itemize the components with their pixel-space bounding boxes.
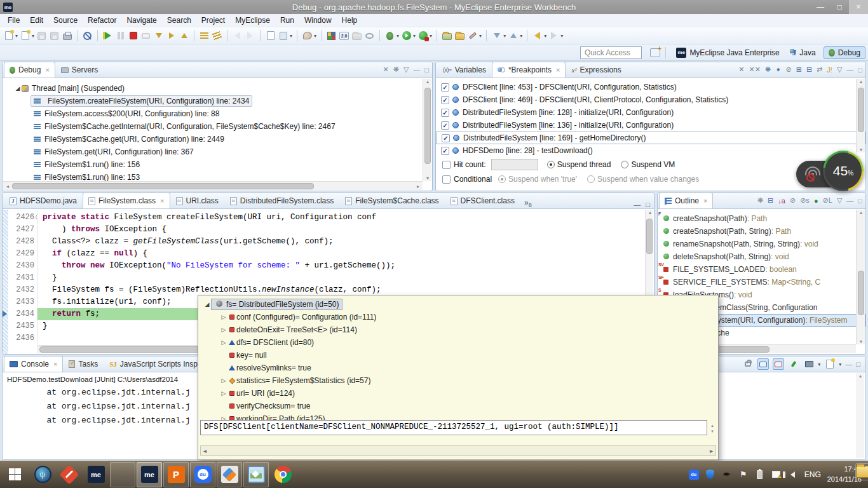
expander-icon[interactable]: ▷ (220, 377, 227, 384)
breakpoint-row[interactable]: ✓ DFSClient [line: 469] - DFSClient(URI,… (436, 93, 865, 106)
maximize-editor-icon[interactable]: □ (646, 201, 650, 208)
step-return-icon[interactable] (179, 30, 189, 41)
run-server-icon[interactable] (278, 30, 288, 41)
goto-file-icon[interactable]: ➧ (775, 65, 781, 74)
stack-frame[interactable]: FileSystem.createFileSystem(URI, Configu… (3, 95, 432, 107)
skip-all-icon[interactable]: ⊘ (785, 65, 791, 74)
maximize-view-icon[interactable]: □ (858, 66, 862, 74)
expander-icon[interactable]: ▷ (220, 327, 227, 333)
open-file-icon[interactable] (454, 30, 465, 41)
tab-javascript[interactable]: SJ JavaScript Scripts Insp (104, 356, 203, 372)
taskbar-sourcetree[interactable]: ψ (30, 462, 55, 487)
forward-icon[interactable] (548, 30, 559, 41)
save-icon[interactable] (36, 30, 47, 41)
scroll-lock-icon[interactable] (742, 358, 754, 370)
conditional-checkbox[interactable] (442, 175, 451, 184)
link-debug-icon[interactable]: ⇄ (817, 65, 822, 74)
variable-row[interactable]: ▷ dfs= DFSClient (id=80) (198, 336, 718, 349)
palette-icon[interactable] (302, 30, 313, 41)
checkbox[interactable]: ✓ (441, 109, 449, 117)
breakpoint-row[interactable]: ✓ HDFSDemo [line: 28] - testDownload() (436, 144, 865, 157)
pen-tray-icon[interactable]: ✒ (722, 470, 732, 480)
taskbar-myeclipse-active[interactable]: me (137, 462, 162, 487)
tab-breakpoints[interactable]: *Breakpoints × (492, 62, 566, 78)
close-icon[interactable]: × (160, 197, 164, 205)
close-button[interactable]: × (849, 0, 868, 14)
outline-item[interactable]: SV FILE_SYSTEMS_LOADED : boolean (658, 263, 865, 276)
open-perspective-icon[interactable] (649, 47, 660, 58)
tab-variables[interactable]: (x)= Variables (437, 62, 492, 78)
show-supported-icon[interactable]: ❋ (765, 65, 771, 74)
pause-icon[interactable] (115, 30, 126, 41)
checkbox[interactable]: ✓ (441, 121, 449, 130)
web2-browser-icon[interactable]: 2.0 (339, 30, 349, 41)
step-into-icon[interactable] (153, 30, 164, 41)
taskbar-photo-viewer[interactable] (243, 462, 269, 487)
show-console-stderr-icon[interactable] (773, 358, 784, 370)
close-icon[interactable]: × (556, 66, 560, 74)
variable-detail-value[interactable]: DFS[DFSClient[clientName=DFSClient_NONMA… (200, 420, 707, 435)
minimize-view-icon[interactable]: — (846, 66, 853, 74)
menu-edit[interactable]: Edit (25, 14, 48, 27)
remove-breakpoint-icon[interactable]: ✕ (738, 65, 744, 74)
language-indicator[interactable]: ENG (804, 470, 821, 479)
stack-frame[interactable]: FileSystem.access$200(URI, Configuration… (3, 107, 432, 120)
annotation-ruler[interactable] (3, 210, 8, 354)
menu-navigate[interactable]: Navigate (121, 14, 161, 27)
minimize-view-icon[interactable]: — (845, 360, 852, 368)
open-resource-icon[interactable] (442, 30, 452, 41)
maximize-view-icon[interactable]: □ (856, 360, 860, 368)
back-icon[interactable] (532, 30, 543, 41)
stack-frame[interactable]: FileSystem$1.run() line: 156 (3, 158, 432, 171)
start-button[interactable] (0, 461, 29, 488)
variable-row[interactable]: ▷ conf (Configured)= Configuration (id=1… (198, 311, 718, 323)
show-logical-structure-icon[interactable] (199, 30, 210, 41)
hit-count-checkbox[interactable] (442, 161, 451, 169)
open-export-icon[interactable] (351, 30, 362, 41)
perspective-myeclipse[interactable]: me MyEclipse Java Enterprise (671, 46, 784, 60)
prev-annotation-icon[interactable] (508, 30, 519, 41)
undo-icon[interactable] (232, 30, 243, 41)
stack-frame[interactable]: FileSystem.get(URI, Configuration) line:… (3, 146, 432, 158)
taskbar-presentation[interactable]: P (163, 462, 189, 487)
vertical-scrollbar[interactable]: ▴ ▾ (856, 210, 865, 344)
new-package-icon[interactable] (20, 30, 31, 41)
suspend-vm-radio[interactable] (621, 161, 628, 168)
horizontal-scrollbar[interactable]: ◂ ▸ (3, 181, 423, 190)
minimize-button[interactable]: — (811, 0, 830, 14)
annotation-icon[interactable] (467, 30, 478, 41)
resume-icon[interactable] (102, 30, 113, 41)
menu-search[interactable]: Search (162, 14, 196, 27)
maximize-view-icon[interactable]: □ (424, 66, 429, 74)
suspend-thread-radio[interactable] (547, 161, 555, 168)
sort-icon[interactable]: ↓a (778, 197, 785, 205)
hide-fields-icon[interactable]: ⊘ (790, 196, 796, 205)
taskbar-git[interactable] (57, 462, 82, 487)
terminate-icon[interactable] (128, 30, 139, 41)
pin-console-icon[interactable] (788, 358, 799, 370)
taskbar-myeclipse-pinned[interactable]: me (83, 462, 109, 487)
editor-tab-uri[interactable]: 01 URI.class (170, 193, 224, 208)
disconnect-icon[interactable] (140, 30, 151, 41)
view-menu-icon[interactable]: ▽ (403, 65, 409, 74)
editor-tab-hdfsdemo[interactable]: J HDFSDemo.java (4, 193, 83, 208)
remove-terminated-icon[interactable]: ✕ (383, 65, 388, 74)
display-console-icon[interactable] (803, 358, 815, 370)
action-center-flag-icon[interactable]: ⚑ (738, 470, 749, 480)
tab-debug[interactable]: Debug × (4, 62, 55, 78)
variable-row[interactable]: ▷ statistics= FileSystem$Statistics (id=… (198, 374, 718, 387)
tab-overflow-icon[interactable]: »8 (524, 198, 532, 208)
debug-toolbar-icon[interactable]: ❋ (393, 65, 399, 74)
print-icon[interactable] (62, 30, 72, 41)
expander-icon[interactable]: ▷ (220, 390, 227, 396)
focus-icon[interactable]: ❋ (757, 196, 763, 205)
variable-row[interactable]: ▷ uri= URI (id=124) (198, 387, 718, 400)
suspend-true-radio[interactable] (498, 175, 506, 183)
popup-horizontal-scrollbar[interactable]: ◂ ▸ (200, 445, 716, 456)
menu-myeclipse[interactable]: MyEclipse (230, 14, 275, 27)
checkbox[interactable]: ✓ (441, 147, 449, 155)
menu-refactor[interactable]: Refactor (83, 14, 121, 27)
redo-icon[interactable] (245, 30, 255, 41)
breakpoint-row[interactable]: ✓ DFSClient [line: 453] - DFSClient(URI,… (436, 81, 865, 93)
quick-access-input[interactable]: Quick Access (580, 46, 642, 59)
